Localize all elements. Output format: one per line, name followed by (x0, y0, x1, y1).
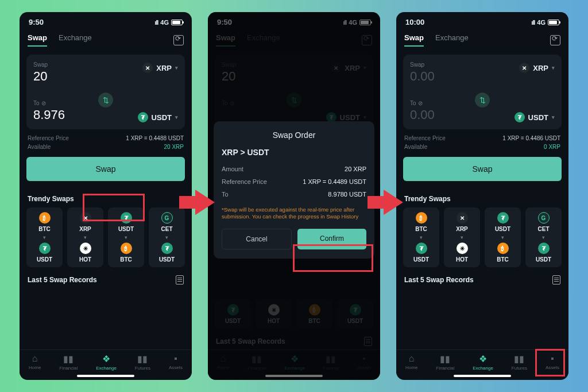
document-icon[interactable] (176, 275, 184, 285)
modal-row-to: To8.9780 USDT (222, 188, 366, 201)
nav-home[interactable]: ⌂Home (405, 353, 417, 371)
trendy-title: Trendy Swaps (396, 187, 568, 207)
nav-financial[interactable]: ▮▮Financial (436, 353, 454, 371)
modal-title: Swap Order (222, 130, 366, 140)
usdt-icon: ₮ (514, 112, 525, 122)
from-coin-select[interactable]: ✕ XRP ▾ (142, 63, 178, 73)
records-header: Last 5 Swap Records (396, 267, 568, 288)
status-right: 4G (154, 18, 183, 26)
trendy-item[interactable]: ✕XRP▾✳HOT (67, 207, 103, 267)
history-icon[interactable] (550, 35, 560, 45)
swap-button[interactable]: Swap (403, 157, 562, 181)
trendy-item[interactable]: ₮USDT▾₿BTC (485, 207, 521, 267)
to-coin-select[interactable]: ₮ USDT ▾ (138, 112, 178, 122)
phone-screen-2: 9:50 4G Swap Exchange Swap 20 ✕XRP▾ ⇅ To… (208, 12, 380, 380)
nav-assets[interactable]: ▪Assets (169, 353, 183, 371)
from-coin-label: XRP (533, 64, 548, 72)
signal-icon (531, 19, 535, 26)
status-time: 9:50 (29, 18, 44, 26)
document-icon[interactable] (552, 275, 560, 285)
available-row: Available20 XRP (20, 143, 192, 151)
to-coin-label: USDT (528, 113, 548, 122)
nav-financial[interactable]: ▮▮Financial (59, 353, 78, 371)
swap-button[interactable]: Swap (26, 157, 185, 181)
trendy-item[interactable]: ₿BTC▾₮USDT (26, 207, 63, 267)
home-indicator[interactable] (77, 375, 134, 377)
swap-card: Swap 20 ✕ XRP ▾ ⇅ To⊘ 8.976 ₮ USDT ▾ (26, 55, 185, 129)
trendy-grid: ₿BTC▾₮USDT ✕XRP▾✳HOT ₮USDT▾₿BTC GCET▾₮US… (20, 207, 192, 267)
chevron-down-icon: ▾ (552, 65, 555, 71)
tab-swap[interactable]: Swap (404, 33, 424, 47)
flow-arrow-icon (384, 190, 403, 215)
trendy-item[interactable]: ✕XRP▾✳HOT (444, 207, 480, 267)
trendy-grid: ₿BTC▾₮USDT ✕XRP▾✳HOT ₮USDT▾₿BTC GCET▾₮US… (396, 207, 568, 267)
from-coin-select[interactable]: ✕ XRP ▾ (519, 63, 555, 73)
chevron-down-icon: ▾ (552, 114, 555, 120)
xrp-icon: ✕ (519, 63, 529, 73)
to-coin-label: USDT (152, 113, 172, 122)
phone-screen-3: 10:00 4G Swap Exchange Swap 0.00 ✕ XRP ▾… (396, 12, 568, 380)
modal-note: *Swap will be executed against the real-… (222, 206, 366, 221)
phone-screen-1: 9:50 4G Swap Exchange Swap 20 ✕ XRP ▾ ⇅ … (20, 12, 192, 380)
modal-pair: XRP > USDT (222, 148, 366, 157)
battery-icon (171, 20, 183, 25)
nav-exchange[interactable]: ❖Exchange (473, 353, 493, 371)
battery-icon (548, 20, 559, 25)
trendy-item[interactable]: ₮USDT▾₿BTC (108, 207, 144, 267)
chevron-down-icon: ▾ (175, 114, 178, 120)
bottom-nav: ⌂Home ▮▮Financial ❖Exchange ▮▮Futures ▪A… (396, 349, 568, 373)
confirm-button[interactable]: Confirm (297, 229, 366, 249)
usdt-icon: ₮ (138, 112, 148, 122)
swap-direction-button[interactable]: ⇅ (96, 90, 115, 110)
to-coin-select[interactable]: ₮ USDT ▾ (514, 112, 555, 122)
bottom-nav: ⌂Home ▮▮Financial ❖Exchange ▮▮Futures ▪A… (20, 349, 192, 373)
reference-price-row: Reference Price1 XRP = 0.4488 USDT (20, 134, 192, 143)
tab-exchange[interactable]: Exchange (59, 33, 92, 47)
top-tabs: Swap Exchange (20, 29, 192, 50)
nav-futures[interactable]: ▮▮Futures (512, 353, 527, 371)
available-row: Available0 XRP (396, 143, 568, 151)
reference-price-row: Reference Price1 XRP = 0.4486 USDT (396, 134, 568, 143)
signal-icon (154, 19, 158, 26)
trendy-item[interactable]: ₿BTC▾₮USDT (403, 207, 439, 267)
status-bar: 10:00 4G (396, 12, 568, 29)
status-right: 4G (531, 18, 559, 26)
home-indicator[interactable] (454, 375, 511, 377)
network-label: 4G (160, 19, 169, 26)
nav-exchange[interactable]: ❖Exchange (96, 353, 117, 371)
cancel-button[interactable]: Cancel (222, 229, 292, 249)
flow-arrow-icon (195, 190, 215, 215)
status-bar: 9:50 4G (20, 12, 192, 29)
nav-assets[interactable]: ▪Assets (546, 353, 559, 371)
chevron-down-icon: ▾ (175, 65, 178, 71)
tab-swap[interactable]: Swap (28, 33, 47, 47)
top-tabs: Swap Exchange (396, 29, 568, 50)
swap-card: Swap 0.00 ✕ XRP ▾ ⇅ To⊘ 0.00 ₮ USDT ▾ (403, 55, 562, 129)
tab-exchange[interactable]: Exchange (435, 33, 469, 47)
xrp-icon: ✕ (142, 63, 153, 73)
network-label: 4G (537, 19, 546, 26)
swap-direction-button[interactable]: ⇅ (473, 90, 492, 110)
trendy-item[interactable]: GCET▾₮USDT (525, 207, 562, 267)
status-time: 10:00 (405, 18, 424, 26)
trendy-title: Trendy Swaps (20, 187, 192, 207)
trendy-item[interactable]: GCET▾₮USDT (149, 207, 185, 267)
swap-order-modal: Swap Order XRP > USDT Amount20 XRP Refer… (214, 121, 374, 259)
nav-futures[interactable]: ▮▮Futures (135, 353, 150, 371)
modal-row-ref: Reference Price1 XRP = 0.4489 USDT (222, 175, 366, 188)
nav-home[interactable]: ⌂Home (29, 353, 41, 371)
from-coin-label: XRP (156, 64, 172, 72)
records-header: Last 5 Swap Records (20, 267, 192, 288)
history-icon[interactable] (173, 35, 184, 45)
modal-row-amount: Amount20 XRP (222, 163, 366, 175)
